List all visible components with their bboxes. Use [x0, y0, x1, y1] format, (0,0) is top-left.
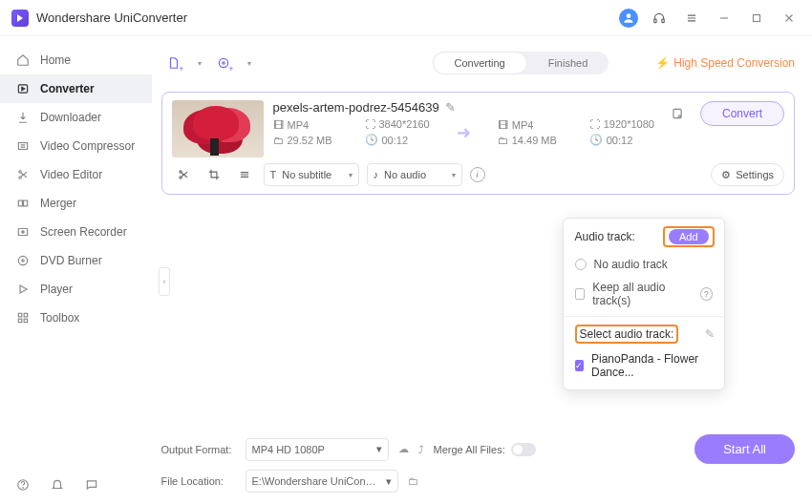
clock-icon: 🕓	[589, 134, 603, 146]
subtitle-icon: T	[270, 169, 277, 180]
video-thumbnail[interactable]	[172, 100, 264, 158]
select-track-header: Select audio track:	[580, 327, 674, 341]
rename-icon[interactable]: ✎	[445, 100, 456, 115]
svg-point-26	[23, 488, 24, 489]
svg-point-6	[19, 171, 21, 173]
file-location-select[interactable]: E:\Wondershare UniConverter▾	[246, 470, 398, 493]
sidebar-item-compressor[interactable]: Video Compressor	[0, 132, 152, 160]
sidebar-item-merger[interactable]: Merger	[0, 189, 152, 218]
sidebar-item-player[interactable]: Player	[0, 275, 152, 304]
converter-icon	[15, 82, 31, 95]
info-icon[interactable]: i	[470, 167, 485, 182]
arrow-right-icon: ➜	[457, 122, 471, 143]
bolt-icon: ⚡	[655, 56, 670, 70]
help-icon[interactable]: ?	[700, 287, 713, 301]
home-icon	[15, 53, 31, 67]
plus-icon: +	[228, 64, 233, 74]
svg-rect-1	[654, 19, 656, 23]
share-icon[interactable]: ⤴	[418, 444, 424, 455]
feedback-icon[interactable]	[82, 475, 101, 494]
svg-rect-15	[18, 313, 22, 317]
chevron-down-icon: ▾	[349, 171, 353, 179]
svg-point-19	[219, 58, 227, 67]
headset-icon[interactable]	[648, 7, 671, 30]
cloud-icon[interactable]: ☁	[398, 443, 409, 455]
no-audio-option[interactable]: No audio track	[564, 253, 724, 276]
file-name: pexels-artem-podrez-5454639	[273, 100, 439, 115]
sidebar-item-recorder[interactable]: Screen Recorder	[0, 218, 152, 246]
svg-point-13	[22, 260, 24, 262]
output-settings-icon[interactable]	[664, 100, 691, 127]
convert-button[interactable]: Convert	[700, 101, 784, 126]
audio-select[interactable]: ♪No audio▾	[367, 163, 462, 186]
sidebar-item-toolbox[interactable]: Toolbox	[0, 304, 152, 332]
checkbox-icon	[575, 288, 586, 300]
disc-icon	[15, 254, 31, 267]
highspeed-toggle[interactable]: ⚡High Speed Conversion	[655, 56, 795, 70]
subtitle-select[interactable]: TNo subtitle▾	[264, 163, 359, 186]
svg-point-11	[22, 231, 24, 233]
help-icon[interactable]	[13, 475, 32, 494]
sidebar-item-home[interactable]: Home	[0, 46, 152, 74]
merge-icon	[15, 197, 31, 210]
close-button[interactable]	[778, 7, 801, 30]
track-name: PianoPanda - Flower Dance...	[591, 352, 713, 379]
sidebar-item-converter[interactable]: Converter	[0, 74, 152, 103]
divider	[564, 316, 724, 317]
svg-rect-8	[18, 200, 22, 206]
storage-icon: 🗀	[498, 135, 508, 146]
file-location-label: File Location:	[161, 475, 236, 487]
settings-button[interactable]: ⚙Settings	[711, 163, 784, 186]
minimize-button[interactable]	[713, 7, 736, 30]
merge-label: Merge All Files:	[434, 444, 505, 455]
more-icon[interactable]	[233, 163, 256, 186]
edit-icon[interactable]: ✎	[705, 327, 715, 341]
add-audio-button[interactable]: Add	[669, 229, 709, 244]
input-container: MP4	[288, 119, 310, 131]
output-size: 14.49 MB	[512, 135, 557, 146]
keep-all-option[interactable]: Keep all audio track(s)?	[564, 276, 724, 312]
crop-icon[interactable]	[203, 163, 225, 186]
notification-icon[interactable]	[48, 475, 67, 494]
output-format-value: MP4 HD 1080P	[252, 444, 325, 455]
scissors-icon	[15, 168, 31, 181]
sidebar-item-label: Video Editor	[40, 168, 102, 181]
tab-converting[interactable]: Converting	[433, 52, 527, 74]
merge-toggle[interactable]	[511, 443, 536, 456]
start-all-button[interactable]: Start All	[694, 434, 795, 464]
titlebar: Wondershare UniConverter	[0, 0, 812, 36]
menu-icon[interactable]	[680, 7, 703, 30]
trim-icon[interactable]	[172, 163, 195, 186]
tab-finished[interactable]: Finished	[527, 52, 609, 74]
plus-icon: +	[179, 64, 183, 74]
film-icon: 🎞	[498, 119, 508, 131]
svg-rect-2	[662, 19, 664, 23]
resolution-icon: ⛶	[589, 118, 600, 130]
user-badge-icon[interactable]	[619, 9, 638, 28]
svg-point-0	[627, 13, 631, 18]
sidebar-item-label: Home	[40, 53, 71, 67]
open-folder-icon[interactable]: 🗀	[408, 475, 418, 487]
svg-rect-5	[18, 143, 27, 150]
sidebar-item-dvd[interactable]: DVD Burner	[0, 246, 152, 275]
chevron-down-icon[interactable]: ▾	[247, 59, 251, 68]
clock-icon: 🕓	[365, 134, 378, 146]
audio-value: No audio	[384, 169, 426, 180]
maximize-button[interactable]	[745, 7, 768, 30]
svg-marker-14	[20, 285, 27, 293]
add-file-button[interactable]: +	[161, 51, 186, 75]
svg-rect-9	[24, 200, 28, 206]
checkbox-checked-icon: ✓	[575, 360, 584, 371]
svg-rect-3	[754, 14, 760, 21]
sidebar-item-label: DVD Burner	[40, 254, 102, 267]
radio-icon	[575, 259, 587, 270]
download-icon	[15, 111, 31, 124]
add-folder-button[interactable]: +	[211, 51, 236, 75]
svg-rect-16	[24, 313, 28, 317]
sidebar-item-downloader[interactable]: Downloader	[0, 103, 152, 132]
resolution-icon: ⛶	[365, 118, 375, 130]
sidebar-item-editor[interactable]: Video Editor	[0, 160, 152, 189]
output-format-select[interactable]: MP4 HD 1080P▾	[246, 438, 389, 461]
audio-track-item[interactable]: ✓PianoPanda - Flower Dance...	[564, 347, 724, 384]
chevron-down-icon[interactable]: ▾	[198, 59, 202, 68]
